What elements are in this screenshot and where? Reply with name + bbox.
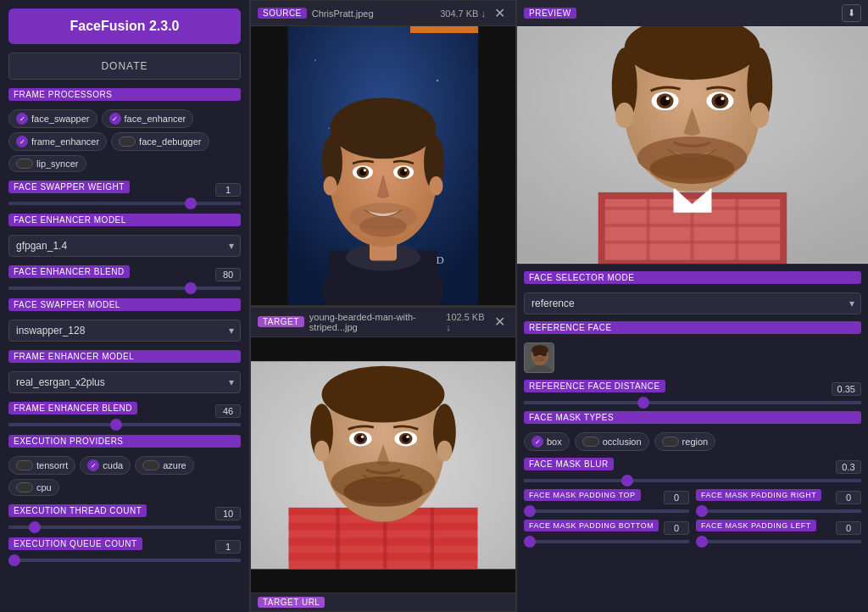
execution-thread-count-slider[interactable] [8, 526, 241, 529]
processor-face-swapper[interactable]: face_swapper [8, 109, 97, 128]
right-controls: FACE SELECTOR MODE reference one many RE… [517, 264, 868, 550]
face-mask-padding-top-slider[interactable] [524, 509, 689, 513]
processor-frame-enhancer[interactable]: frame_enhancer [8, 132, 107, 151]
face-selector-mode-select[interactable]: reference one many [524, 292, 861, 314]
svg-point-48 [361, 435, 364, 437]
svg-point-75 [721, 97, 724, 100]
face-enhancer-blend-label: FACE ENHANCER BLEND [8, 265, 130, 278]
execution-queue-count-value: 1 [215, 540, 241, 554]
face-swapper-weight-section: FACE SWAPPER WEIGHT 1 [8, 181, 241, 205]
frame-processors-section: FRAME PROCESSORS face_swapper face_enhan… [8, 88, 241, 172]
svg-point-66 [615, 103, 634, 128]
frame-enhancer-model-select[interactable]: real_esrgan_x2plus real_esrgan_x4plus [8, 371, 241, 393]
svg-point-83 [542, 353, 547, 357]
face-mask-blur-label: FACE MASK BLUR [524, 458, 614, 470]
face-swapper-weight-slider[interactable] [8, 202, 241, 205]
frame-enhancer-blend-label: FRAME ENHANCER BLEND [8, 402, 137, 414]
face-swapper-model-select-wrapper: inswapper_128 inswapper_128_fp16 [8, 320, 241, 342]
source-tag: SOURCE [258, 8, 307, 19]
processor-face-debugger[interactable]: face_debugger [111, 132, 209, 151]
svg-rect-4 [410, 26, 478, 33]
frame-enhancer-toggle [16, 136, 28, 147]
processor-lip-syncer[interactable]: lip_syncer [8, 155, 86, 172]
provider-azure[interactable]: azure [135, 456, 194, 475]
face-enhancer-model-select[interactable]: gfpgan_1.4 gfpgan_1.3 codeformer [8, 235, 241, 257]
execution-queue-count-slider[interactable] [8, 559, 241, 562]
face-swapper-model-section: FACE SWAPPER MODEL inswapper_128 inswapp… [8, 298, 241, 342]
preview-header: PREVIEW ⬇ [517, 0, 868, 26]
execution-providers-label: EXECUTION PROVIDERS [8, 435, 241, 448]
face-enhancer-model-select-wrapper: gfpgan_1.4 gfpgan_1.3 codeformer [8, 235, 241, 257]
face-mask-blur-value: 0.3 [836, 460, 861, 474]
svg-point-37 [322, 365, 445, 422]
source-panel-header: SOURCE ChrisPratt.jpeg 304.7 KB ↓ ✕ [251, 1, 515, 26]
svg-point-67 [750, 103, 769, 128]
mask-type-box[interactable]: box [524, 432, 570, 451]
provider-cuda[interactable]: cuda [80, 456, 131, 475]
face-enhancer-toggle [109, 113, 121, 125]
target-close-button[interactable]: ✕ [491, 314, 509, 330]
donate-button[interactable]: DONATE [8, 53, 241, 80]
provider-cpu[interactable]: cpu [8, 479, 59, 496]
face-swapper-weight-label: FACE SWAPPER WEIGHT [8, 181, 130, 193]
face-mask-padding-left-value: 0 [836, 521, 861, 535]
target-image [251, 337, 515, 593]
mask-type-region[interactable]: region [654, 432, 716, 451]
frame-enhancer-model-section: FRAME ENHANCER MODEL real_esrgan_x2plus … [8, 350, 241, 393]
source-panel: SOURCE ChrisPratt.jpeg 304.7 KB ↓ ✕ [250, 0, 516, 307]
svg-point-24 [359, 216, 407, 236]
svg-point-14 [429, 176, 442, 195]
execution-providers-section: EXECUTION PROVIDERS tensorrt cuda azure … [8, 435, 241, 496]
face-swapper-weight-value: 1 [215, 183, 241, 197]
svg-text:D: D [436, 254, 443, 266]
face-mask-padding-top-label: FACE MASK PADDING TOP [524, 489, 641, 501]
frame-enhancer-model-select-wrapper: real_esrgan_x2plus real_esrgan_x4plus [8, 371, 241, 393]
middle-panel: SOURCE ChrisPratt.jpeg 304.7 KB ↓ ✕ [250, 0, 516, 612]
face-enhancer-blend-slider[interactable] [8, 287, 241, 290]
face-debugger-toggle [119, 136, 136, 147]
face-mask-padding-grid: FACE MASK PADDING TOP 0 FACE MASK PADDIN… [524, 489, 861, 543]
frame-enhancer-blend-value: 46 [215, 404, 241, 418]
face-mask-padding-left-slider[interactable] [696, 540, 861, 543]
app-title: FaceFusion 2.3.0 [8, 8, 241, 44]
svg-point-84 [534, 357, 546, 362]
face-enhancer-model-label: FACE ENHANCER MODEL [8, 214, 241, 226]
reference-face-distance-slider[interactable] [524, 401, 861, 404]
right-panel: PREVIEW ⬇ [516, 0, 868, 612]
frame-enhancer-blend-slider[interactable] [8, 423, 241, 426]
frame-enhancer-model-label: FRAME ENHANCER MODEL [8, 350, 241, 363]
execution-thread-count-value: 10 [215, 507, 241, 520]
face-swapper-model-label: FACE SWAPPER MODEL [8, 298, 241, 311]
face-mask-blur-slider[interactable] [524, 479, 861, 482]
face-enhancer-model-section: FACE ENHANCER MODEL gfpgan_1.4 gfpgan_1.… [8, 214, 241, 257]
preview-tag: PREVIEW [524, 8, 576, 19]
processor-face-enhancer[interactable]: face_enhancer [102, 109, 194, 128]
face-mask-padding-right-value: 0 [836, 491, 861, 504]
face-swapper-model-select[interactable]: inswapper_128 inswapper_128_fp16 [8, 320, 241, 342]
execution-queue-count-section: EXECUTION QUEUE COUNT 1 [8, 537, 241, 562]
providers-group: tensorrt cuda azure cpu [8, 456, 241, 496]
lip-syncer-toggle [16, 159, 33, 169]
face-mask-blur-section: FACE MASK BLUR 0.3 [524, 458, 861, 482]
svg-point-77 [650, 153, 735, 184]
azure-toggle [142, 460, 159, 470]
preview-image-area [517, 26, 868, 264]
preview-download-button[interactable]: ⬇ [842, 4, 861, 22]
target-filesize: 102.5 KB ↓ [446, 312, 486, 332]
execution-queue-count-label: EXECUTION QUEUE COUNT [8, 537, 142, 550]
provider-tensorrt[interactable]: tensorrt [8, 456, 75, 475]
face-mask-padding-bottom-slider[interactable] [524, 540, 689, 543]
source-image-area: D [251, 26, 515, 305]
target-panel-header: TARGET young-bearded-man-with-striped...… [251, 308, 515, 337]
mask-type-occlusion[interactable]: occlusion [575, 432, 649, 451]
svg-point-2 [437, 80, 438, 81]
cuda-toggle [87, 459, 99, 471]
source-close-button[interactable]: ✕ [491, 5, 509, 21]
svg-point-3 [328, 127, 330, 129]
source-filesize: 304.7 KB ↓ [440, 8, 486, 19]
source-filename: ChrisPratt.jpeg [312, 8, 374, 19]
face-mask-padding-top-section: FACE MASK PADDING TOP 0 [524, 489, 689, 513]
face-mask-padding-right-slider[interactable] [696, 509, 861, 513]
reference-face-thumbnail[interactable] [524, 342, 554, 373]
svg-rect-34 [431, 507, 434, 568]
